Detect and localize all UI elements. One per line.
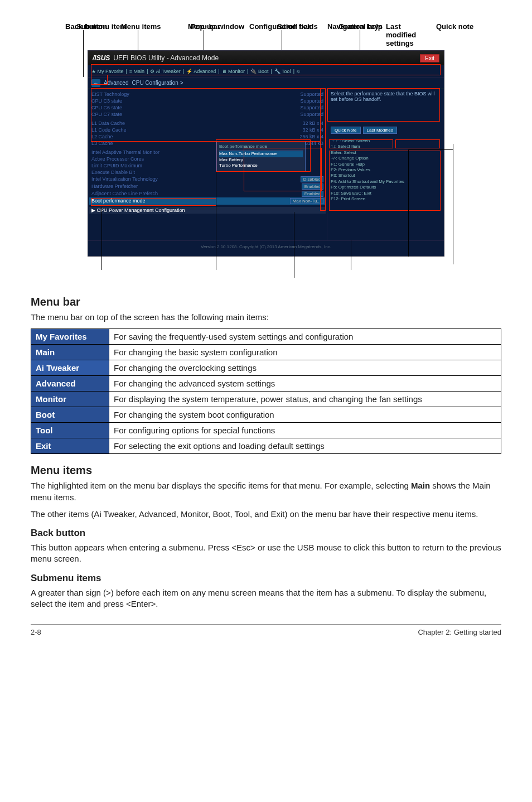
list-item: L2 Cache — [91, 134, 113, 139]
general-help-text: Select the performance state that the BI… — [331, 91, 441, 124]
popup-option[interactable]: Max Battery — [219, 157, 303, 163]
label-nav-keys: Navigation keys — [327, 22, 383, 31]
crumb-advanced[interactable]: Advanced — [104, 80, 128, 86]
bios-title: UEFI BIOS Utility - Advanced Mode — [113, 54, 219, 62]
popup-title: Boot performance mode — [219, 144, 303, 151]
menu-items-p1: The highlighted item on the menu bar dis… — [31, 480, 501, 503]
tab-main[interactable]: ≡ Main — [129, 69, 144, 74]
back-button-p: This button appears when entering a subm… — [31, 542, 501, 565]
list-item[interactable]: EIST Technology — [91, 91, 129, 97]
list-item: L3 Cache — [91, 141, 113, 146]
list-item: L1 Code Cache — [91, 127, 127, 133]
list-item[interactable]: Hardware Prefetcher — [91, 183, 138, 190]
submenu-item[interactable]: ▶ CPU Power Management Configuration — [91, 207, 185, 213]
bios-window: /ISUS UEFI BIOS Utility - Advanced Mode … — [88, 50, 444, 257]
heading-back-button: Back button — [31, 528, 501, 539]
asus-logo: /ISUS — [93, 54, 110, 62]
table-cell-name: My Favorites — [31, 329, 109, 345]
label-scrollbar: Scroll bar — [277, 22, 311, 31]
bios-titlebar: /ISUS UEFI BIOS Utility - Advanced Mode … — [88, 51, 444, 65]
tab-exit[interactable]: ⎋ — [297, 69, 299, 74]
list-item[interactable]: Intel Adaptive Thermal Monitor — [91, 149, 159, 155]
label-quick-note: Quick note — [436, 22, 473, 31]
list-item[interactable]: Limit CPUID Maximum — [91, 163, 142, 168]
heading-submenu-items: Submenu items — [31, 573, 501, 584]
last-modified-button[interactable]: Last Modified — [363, 127, 398, 134]
submenu-items-p: A greater than sign (>) before each item… — [31, 587, 501, 610]
list-item[interactable]: Execute Disable Bit — [91, 170, 135, 175]
heading-menu-bar: Menu bar — [31, 296, 501, 308]
tab-favorite[interactable]: ★ My Favorite — [91, 69, 124, 74]
page-number: 2-8 — [31, 628, 41, 636]
list-item[interactable]: CPU C7 state — [91, 112, 122, 117]
tab-boot[interactable]: 🔌 Boot — [250, 69, 268, 74]
quick-note-button[interactable]: Quick Note — [331, 127, 361, 134]
crumb-path: CPU Configuration > — [132, 80, 183, 86]
annotated-bios-diagram: Back button Menu items Menu bar Configur… — [49, 22, 483, 284]
popup-option[interactable]: Turbo Performance — [219, 163, 303, 168]
selected-item[interactable]: Boot performance mode — [91, 198, 146, 204]
popup-window[interactable]: Boot performance mode Max Non-Turbo Perf… — [216, 141, 306, 172]
back-arrow-icon[interactable]: ← — [91, 79, 100, 87]
tab-aitweaker[interactable]: ⚙ Ai Tweaker — [150, 69, 180, 74]
tab-monitor[interactable]: 🖥 Monitor — [222, 69, 245, 74]
exit-button[interactable]: Exit — [420, 54, 439, 62]
menu-bar-intro: The menu bar on top of the screen has th… — [31, 312, 501, 323]
chapter-title: Chapter 2: Getting started — [418, 628, 501, 636]
bios-body: EIST TechnologySupported CPU C3 stateSup… — [88, 89, 444, 240]
bios-left-panel[interactable]: EIST TechnologySupported CPU C3 stateSup… — [88, 89, 327, 240]
navigation-keys: →←: Select Screen ↑↓: Select Item Enter:… — [331, 138, 441, 202]
list-item[interactable]: Intel Virtualization Technology — [91, 176, 158, 182]
breadcrumb: ← Advanced CPU Configuration > — [88, 78, 444, 89]
table-cell-desc: For saving the frequently-used system se… — [109, 329, 501, 345]
tab-advanced[interactable]: ⚡ Advanced — [186, 69, 216, 74]
list-item[interactable]: Active Processor Cores — [91, 156, 144, 162]
list-item: L1 Data Cache — [91, 120, 125, 126]
heading-menu-items: Menu items — [31, 464, 501, 477]
menu-items-p2: The other items (Ai Tweaker, Advanced, M… — [31, 509, 501, 520]
label-last-modified: Last modified settings — [386, 22, 431, 47]
label-popup: Pop-up window — [191, 22, 244, 31]
list-item[interactable]: Adjacent Cache Line Prefetch — [91, 191, 158, 197]
label-menu-items: Menu items — [121, 22, 161, 31]
page-footer: 2-8 Chapter 2: Getting started — [31, 624, 501, 636]
list-item[interactable]: CPU C3 state — [91, 98, 122, 104]
bios-right-panel: Select the performance state that the BI… — [327, 89, 444, 240]
list-item[interactable]: CPU C6 state — [91, 105, 122, 110]
tab-tool[interactable]: 🔧 Tool — [274, 69, 291, 74]
menu-bar-table: My FavoritesFor saving the frequently-us… — [31, 328, 501, 454]
label-submenu-item: Submenu item — [76, 22, 127, 31]
popup-option[interactable]: Max Non-Turbo Performance — [219, 151, 303, 157]
bios-menu-bar[interactable]: ★ My Favorite| ≡ Main| ⚙ Ai Tweaker| ⚡ A… — [88, 65, 444, 78]
bios-footer: Version 2.10.1208. Copyright (C) 2013 Am… — [88, 240, 444, 253]
